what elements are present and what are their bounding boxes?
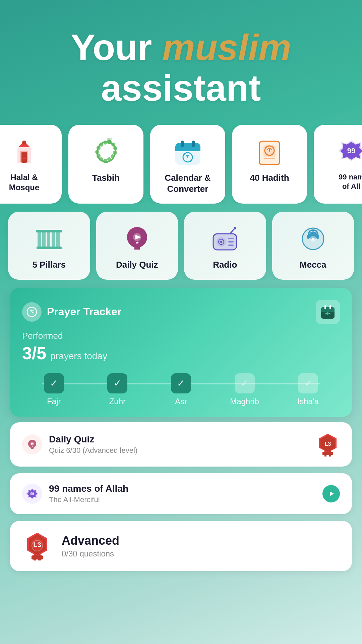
card-hadith[interactable]: 40 Hadith <box>232 125 307 204</box>
svg-rect-41 <box>47 231 50 248</box>
svg-rect-80 <box>322 452 333 455</box>
svg-point-16 <box>97 146 101 150</box>
prayer-calendar-icon[interactable] <box>316 300 340 324</box>
svg-point-8 <box>113 146 117 150</box>
prayer-timeline: ✓ Fajr ✓ Zuhr ✓ Asr ✓ Maghrib ✓ Isha'a <box>22 373 340 406</box>
asr-label: Asr <box>175 397 187 406</box>
svg-point-9 <box>113 151 117 155</box>
svg-rect-24 <box>181 141 184 147</box>
card-daily-quiz-label: Daily Quiz <box>116 259 158 270</box>
svg-point-54 <box>220 241 222 243</box>
feature-cards-row1: Halal &Mosque Tasb <box>0 125 362 204</box>
svg-rect-81 <box>324 451 326 457</box>
prayers-today-label: prayers today <box>50 351 107 362</box>
feature-cards-row2: 5 Pillars ★ Daily Quiz <box>0 212 362 280</box>
svg-rect-72 <box>329 305 331 309</box>
svg-rect-70 <box>321 310 335 312</box>
maghrib-label: Maghrib <box>230 397 259 406</box>
card-mecca-label: Mecca <box>300 259 326 270</box>
svg-rect-25 <box>192 141 195 147</box>
daily-quiz-card-title: Daily Quiz <box>49 434 137 445</box>
maghrib-check: ✓ <box>235 373 255 393</box>
quiz-icon-wrap: ★ <box>122 224 152 254</box>
svg-point-7 <box>111 143 115 147</box>
prayer-tracker-title: Prayer Tracker <box>47 306 121 318</box>
daily-quiz-card-icon: ★ <box>22 434 42 454</box>
zuhr-check: ✓ <box>107 373 127 393</box>
fajr-label: Fajr <box>47 397 61 406</box>
card-radio[interactable]: Radio <box>184 212 266 280</box>
asr-check: ✓ <box>171 373 191 393</box>
advanced-subtitle: 0/30 questions <box>62 549 119 558</box>
svg-rect-56 <box>228 241 234 243</box>
svg-point-18 <box>103 141 107 145</box>
svg-text:L3: L3 <box>33 541 41 548</box>
svg-rect-39 <box>38 231 41 248</box>
svg-rect-42 <box>52 231 55 248</box>
hadith-icon-wrap <box>254 137 285 167</box>
svg-rect-55 <box>228 238 234 239</box>
svg-rect-44 <box>36 230 62 232</box>
card-daily-quiz[interactable]: ★ Daily Quiz <box>96 212 178 280</box>
svg-rect-93 <box>38 554 41 560</box>
prayer-performed-label: Performed <box>22 331 340 341</box>
svg-rect-23 <box>175 148 200 151</box>
card-mecca[interactable]: Mecca <box>272 212 354 280</box>
names-card-title: 99 names of Allah <box>49 483 128 494</box>
card-five-pillars[interactable]: 5 Pillars <box>8 212 90 280</box>
card-radio-label: Radio <box>213 259 237 270</box>
svg-point-11 <box>107 157 111 161</box>
svg-point-17 <box>99 143 103 147</box>
svg-rect-57 <box>228 245 234 246</box>
card-tasbih-label: Tasbih <box>92 172 120 183</box>
svg-point-10 <box>111 154 115 158</box>
daily-quiz-card-text: Daily Quiz Quiz 6/30 (Advanced level) <box>49 434 137 455</box>
svg-point-14 <box>97 154 101 158</box>
card-halal-mosque[interactable]: Halal &Mosque <box>0 125 62 204</box>
headline-your: Your <box>71 26 162 68</box>
advanced-badge: L3 <box>22 531 52 561</box>
svg-marker-86 <box>330 491 334 496</box>
card-99names[interactable]: 99 99 namof All <box>314 125 362 204</box>
prayer-asr[interactable]: ✓ Asr <box>149 373 213 406</box>
names-card-left: 99 99 names of Allah The All-Merciful <box>22 483 128 504</box>
advanced-text: Advanced 0/30 questions <box>62 534 119 558</box>
svg-rect-71 <box>324 305 326 309</box>
svg-point-15 <box>95 150 99 154</box>
mecca-icon-wrap <box>298 224 328 254</box>
pillars-icon-wrap <box>34 224 64 254</box>
headline-assistant: assistant <box>101 67 261 108</box>
advanced-title: Advanced <box>62 534 119 548</box>
prayer-ishaa[interactable]: ✓ Isha'a <box>276 373 340 406</box>
svg-rect-34 <box>264 158 275 159</box>
prayer-count: 3/5 <box>22 343 46 363</box>
prayer-zuhr[interactable]: ✓ Zuhr <box>86 373 149 406</box>
card-hadith-label: 40 Hadith <box>250 172 289 183</box>
names-card-icon: 99 <box>22 484 42 504</box>
calendar-icon-wrap <box>173 137 203 167</box>
card-calendar[interactable]: Calendar &Converter <box>150 125 225 204</box>
names-card-subtitle: The All-Merciful <box>49 495 128 504</box>
names-play-button[interactable] <box>322 485 340 502</box>
svg-rect-61 <box>307 235 310 239</box>
svg-point-4 <box>22 141 26 145</box>
mosque-icon-wrap <box>9 137 39 167</box>
daily-quiz-info-card[interactable]: ★ Daily Quiz Quiz 6/30 (Advanced level) … <box>10 422 352 467</box>
card-tasbih[interactable]: Tasbih <box>68 125 143 204</box>
svg-point-33 <box>269 151 270 152</box>
ishaa-check: ✓ <box>298 373 318 393</box>
radio-icon-wrap <box>210 224 240 254</box>
names-card-text: 99 names of Allah The All-Merciful <box>49 483 128 504</box>
svg-point-13 <box>99 157 103 161</box>
card-five-pillars-label: 5 Pillars <box>32 259 66 270</box>
header: Your muslim assistant <box>0 0 362 125</box>
svg-text:L3: L3 <box>325 441 331 447</box>
prayer-fajr[interactable]: ✓ Fajr <box>22 373 86 406</box>
prayer-tracker-icon <box>22 302 42 322</box>
advanced-card[interactable]: L3 Advanced 0/30 questions <box>10 521 352 571</box>
names-info-card[interactable]: 99 99 names of Allah The All-Merciful <box>10 473 352 514</box>
headline-muslim: muslim <box>162 26 291 68</box>
prayer-maghrib[interactable]: ✓ Maghrib <box>213 373 277 406</box>
svg-point-12 <box>103 159 107 163</box>
svg-line-67 <box>32 312 34 313</box>
